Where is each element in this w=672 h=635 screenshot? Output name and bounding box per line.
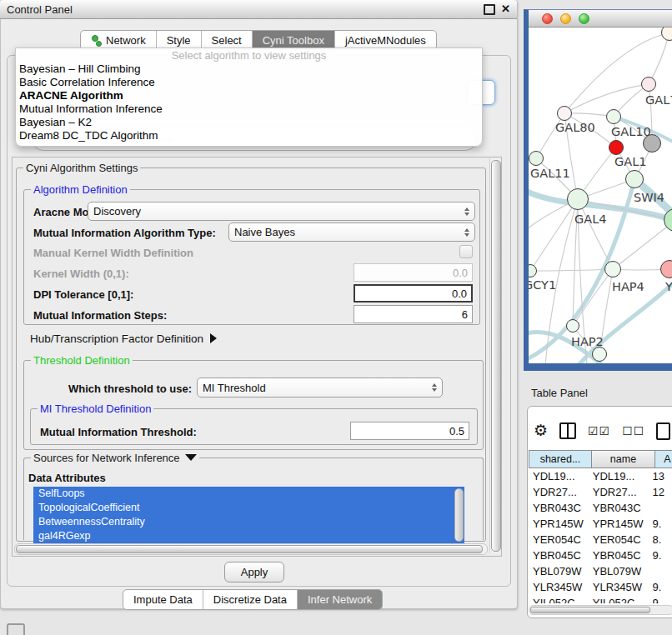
- float-window-icon[interactable]: [484, 4, 495, 15]
- control-panel-titlebar[interactable]: Control Panel ✕: [0, 0, 517, 19]
- table-horizontal-scrollbar-thumb[interactable]: [530, 607, 650, 613]
- gear-icon[interactable]: ⚙: [534, 422, 548, 439]
- node-label: GAL11: [530, 167, 570, 180]
- column-header-1[interactable]: shared...: [529, 450, 592, 468]
- table-cell: YLR345W: [589, 579, 649, 595]
- table-row[interactable]: YPR145WYPR145W9.: [529, 516, 672, 532]
- tab-impute-data[interactable]: Impute Data: [123, 590, 203, 609]
- tab-cyni-toolbox[interactable]: Cyni Toolbox: [253, 31, 335, 49]
- minimize-traffic-light-icon[interactable]: [560, 13, 571, 24]
- algorithm-option[interactable]: Basic Correlation Inference: [16, 76, 482, 89]
- dpi-tolerance-field[interactable]: 0.0: [354, 284, 473, 302]
- tab-label: Impute Data: [133, 593, 193, 606]
- table-row[interactable]: YDL19...YDL19...13: [529, 468, 672, 484]
- network-node-swi4[interactable]: [625, 170, 644, 188]
- attribute-item[interactable]: gal4RGexp: [33, 529, 464, 543]
- hub-definition-toggle[interactable]: Hub/Transcription Factor Definition: [30, 332, 217, 345]
- tab-network[interactable]: Network: [81, 31, 157, 49]
- bottom-tabs: Impute DataDiscretize DataInfer Network: [123, 589, 383, 610]
- attribute-item[interactable]: SelfLoops: [33, 487, 464, 501]
- aracne-mode-combo[interactable]: Discovery: [88, 202, 475, 221]
- collapsed-panel-icon[interactable]: [7, 623, 25, 635]
- file-icon[interactable]: [656, 422, 670, 440]
- sources-toggle[interactable]: Sources for Network Inference: [31, 452, 199, 464]
- tab-select[interactable]: Select: [202, 31, 253, 49]
- table-cell: YER054C: [589, 532, 649, 548]
- table-cell: YBL079W: [529, 563, 589, 579]
- mi-type-combo[interactable]: Naive Bayes: [228, 222, 475, 242]
- network-window-titlebar[interactable]: [529, 10, 672, 28]
- table-row[interactable]: YER054CYER054C8.: [529, 532, 672, 548]
- table-row[interactable]: YBR043CYBR043C: [529, 500, 672, 516]
- tab-label: Network: [106, 34, 146, 47]
- mi-threshold-field[interactable]: 0.5: [350, 422, 469, 440]
- attribute-item[interactable]: TopologicalCoefficient: [33, 501, 464, 515]
- column-header-2[interactable]: name: [592, 450, 655, 468]
- network-node-gal80[interactable]: [557, 106, 572, 121]
- split-view-icon[interactable]: [559, 422, 576, 439]
- attribute-item[interactable]: BetweennessCentrality: [33, 515, 464, 529]
- mi-steps-field[interactable]: 6: [354, 305, 473, 323]
- algorithm-definition-title: Algorithm Definition: [31, 183, 130, 196]
- mi-threshold-title: MI Threshold Definition: [38, 402, 153, 415]
- node-label: GCY1: [529, 278, 556, 292]
- table-cell: 13: [649, 468, 672, 484]
- settings-vertical-scrollbar-thumb[interactable]: [491, 160, 501, 552]
- combo-arrows-icon: [432, 383, 437, 392]
- network-node[interactable]: [592, 347, 607, 362]
- table-cell: YDR27...: [529, 484, 589, 500]
- attributes-list-scrollbar[interactable]: [454, 488, 464, 542]
- network-node-gal7[interactable]: [641, 77, 656, 92]
- network-node[interactable]: [643, 134, 661, 152]
- column-header-3[interactable]: A: [655, 450, 672, 468]
- network-node-gal1[interactable]: [609, 140, 624, 155]
- sources-title: Sources for Network Inference: [33, 452, 180, 464]
- select-all-icon[interactable]: ☑☑: [588, 424, 610, 438]
- table-row[interactable]: YLR345WYLR345W9.: [529, 579, 672, 595]
- table-cell: YPR145W: [529, 516, 589, 532]
- network-node-hap4[interactable]: [604, 261, 621, 278]
- node-label: GAL7: [645, 93, 672, 107]
- network-node-gal4[interactable]: [567, 188, 589, 210]
- data-attributes-list[interactable]: SelfLoopsTopologicalCoefficientBetweenne…: [33, 487, 464, 543]
- tab-style[interactable]: Style: [157, 31, 202, 49]
- table-row[interactable]: YBR045CYBR045C9.: [529, 548, 672, 563]
- which-threshold-combo[interactable]: MI Threshold: [197, 378, 443, 398]
- algorithm-option[interactable]: Dream8 DC_TDC Algorithm: [16, 129, 482, 142]
- node-label: GAL1: [614, 155, 646, 168]
- mi-type-label: Mutual Information Algorithm Type:: [33, 227, 216, 239]
- algorithm-option[interactable]: Mutual Information Inference: [16, 102, 482, 116]
- dpi-tolerance-label: DPI Tolerance [0,1]:: [33, 288, 133, 301]
- algorithm-option[interactable]: Bayesian – K2: [16, 116, 482, 129]
- deselect-all-icon[interactable]: ☐☐: [622, 424, 644, 438]
- table-cell: YBR043C: [589, 500, 649, 516]
- tab-label: Cyni Toolbox: [263, 34, 324, 47]
- network-view-window: GAL7GAL80GAL10GAL1SWI4GAL11GAL4GCY1HAP4Y…: [524, 9, 672, 371]
- kernel-width-field: 0.0: [354, 263, 473, 282]
- table-cell: [649, 500, 672, 516]
- table-row[interactable]: YBL079WYBL079W: [529, 563, 672, 579]
- table-cell: YDL19...: [589, 468, 649, 484]
- zoom-traffic-light-icon[interactable]: [579, 13, 589, 24]
- close-traffic-light-icon[interactable]: [542, 13, 553, 24]
- tab-infer-network[interactable]: Infer Network: [298, 590, 382, 609]
- algorithm-option[interactable]: ARACNE Algorithm: [16, 89, 482, 102]
- network-node-gal10[interactable]: [606, 109, 621, 124]
- network-node-gal11[interactable]: [529, 151, 544, 166]
- close-icon[interactable]: ✕: [501, 5, 510, 13]
- table-cell: 9.: [649, 548, 672, 563]
- table-row[interactable]: YDR27...YDR27...12: [529, 484, 672, 500]
- algorithm-option[interactable]: Bayesian – Hill Climbing: [16, 62, 482, 76]
- table-row[interactable]: YIL052CYIL052C9: [529, 595, 672, 603]
- network-icon-dot: [96, 41, 102, 47]
- apply-button[interactable]: Apply: [224, 562, 284, 582]
- network-icon: [91, 35, 102, 46]
- network-node-hap2[interactable]: [566, 319, 579, 332]
- node-label: HAP4: [612, 280, 644, 293]
- tab-jactivemnodules[interactable]: jActiveMNodules: [335, 31, 436, 49]
- table-panel-title: Table Panel: [531, 387, 588, 399]
- network-canvas[interactable]: GAL7GAL80GAL10GAL1SWI4GAL11GAL4GCY1HAP4Y…: [529, 28, 672, 363]
- settings-horizontal-scrollbar-thumb[interactable]: [16, 545, 483, 553]
- manual-kernel-label: Manual Kernel Width Definition: [33, 247, 193, 259]
- tab-discretize-data[interactable]: Discretize Data: [203, 590, 298, 609]
